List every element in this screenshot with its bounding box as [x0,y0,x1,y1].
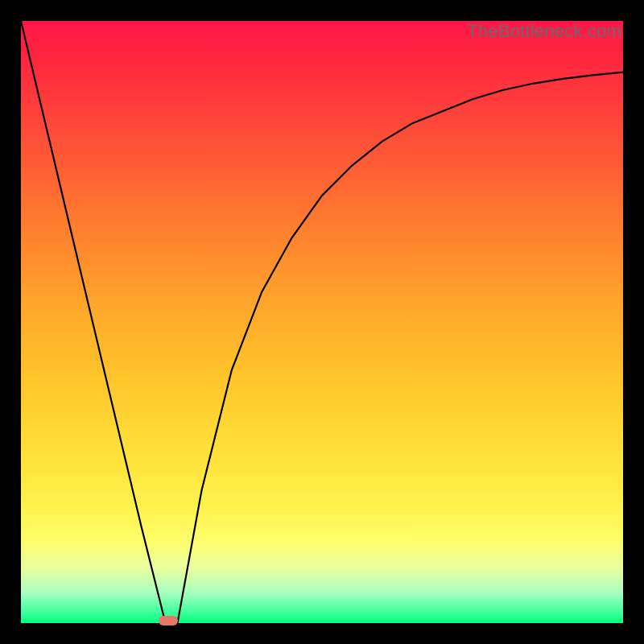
plot-area: TheBottleneck.com [21,21,623,623]
chart-frame: TheBottleneck.com [0,0,644,644]
optimum-marker [159,616,178,625]
bottleneck-curve [21,21,623,623]
